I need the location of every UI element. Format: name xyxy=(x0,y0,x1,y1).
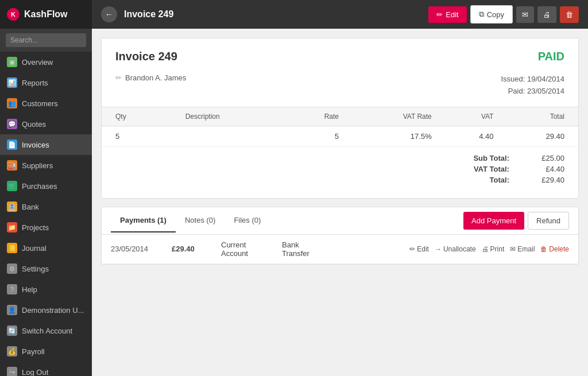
demo-icon: 👤 xyxy=(7,305,17,315)
vat-total-row: VAT Total: £4.40 xyxy=(115,165,564,173)
tab-notes[interactable]: Notes (0) xyxy=(176,209,225,232)
sidebar-item-journal[interactable]: 📒 Journal xyxy=(0,238,92,258)
invoices-icon: 📄 xyxy=(7,139,17,150)
sidebar-label-help: Help xyxy=(22,285,37,294)
customer-name: Brandon A. James xyxy=(125,73,186,82)
sidebar-label-overview: Overview xyxy=(22,58,53,67)
topbar-actions: ✏ Edit ⧉ Copy ✉ 🖨 🗑 xyxy=(428,5,579,24)
sidebar-label-quotes: Quotes xyxy=(22,120,46,129)
payment-edit-link[interactable]: ✏ Edit xyxy=(409,245,429,253)
cell-vat-rate: 17.5% xyxy=(353,126,446,146)
cell-vat: 4.40 xyxy=(446,126,508,146)
sidebar-item-purchases[interactable]: 🛒 Purchases xyxy=(0,176,92,196)
invoice-dates: Issued: 19/04/2014 Paid: 23/05/2014 xyxy=(501,73,564,98)
search-input[interactable] xyxy=(6,33,86,47)
sidebar-label-journal: Journal xyxy=(22,244,47,253)
sidebar-label-bank: Bank xyxy=(22,203,39,211)
sidebar-item-invoices[interactable]: 📄 Invoices xyxy=(0,134,92,155)
copy-button[interactable]: ⧉ Copy xyxy=(470,5,513,24)
subtotal-row: Sub Total: £25.00 xyxy=(115,154,564,162)
projects-icon: 📁 xyxy=(7,222,17,232)
add-payment-button[interactable]: Add Payment xyxy=(463,212,524,230)
sidebar-item-switch[interactable]: 🔄 Switch Account xyxy=(0,320,92,341)
total-label: Total: xyxy=(450,176,519,184)
payment-date: 23/05/2014 xyxy=(111,245,163,253)
payment-row: 23/05/2014 £29.40 CurrentAccount BankTra… xyxy=(102,235,578,264)
sidebar-item-demo[interactable]: 👤 Demonstration U... xyxy=(0,300,92,320)
print-icon: 🖨 xyxy=(543,10,551,19)
invoice-title: Invoice 249 xyxy=(115,50,177,63)
sidebar-item-help[interactable]: ? Help xyxy=(0,279,92,300)
col-qty: Qty xyxy=(102,107,185,126)
email-icon: ✉ xyxy=(510,245,516,253)
copy-icon: ⧉ xyxy=(479,10,484,19)
sidebar-label-purchases: Purchases xyxy=(22,182,57,191)
payment-actions: ✏ Edit → Unallocate 🖨 Print ✉ Email 🗑 De… xyxy=(409,245,569,253)
sidebar-item-suppliers[interactable]: 🏭 Suppliers xyxy=(0,155,92,176)
payment-method: BankTransfer xyxy=(282,241,334,258)
subtotal-value: £25.00 xyxy=(519,154,564,162)
sidebar-label-suppliers: Suppliers xyxy=(22,161,53,170)
search-container xyxy=(0,29,92,52)
payment-print-link[interactable]: 🖨 Print xyxy=(482,245,505,253)
app-name: KashFlow xyxy=(24,9,68,20)
email-icon: ✉ xyxy=(522,10,528,19)
sidebar: K KashFlow ▣ Overview 📊 Reports 👥 Custom… xyxy=(0,0,92,376)
main-content: ← Invoice 249 ✏ Edit ⧉ Copy ✉ 🖨 🗑 xyxy=(92,0,588,376)
pencil-icon: ✏ xyxy=(115,73,122,82)
purchases-icon: 🛒 xyxy=(7,181,17,191)
payments-card: Payments (1) Notes (0) Files (0) Add Pay… xyxy=(101,207,579,265)
customer-info: ✏ Brandon A. James xyxy=(115,73,186,82)
delete-icon: 🗑 xyxy=(566,10,573,19)
bank-icon: 🏦 xyxy=(7,201,17,212)
print-icon: 🖨 xyxy=(482,245,489,253)
payments-tabs: Payments (1) Notes (0) Files (0) Add Pay… xyxy=(102,207,578,235)
sidebar-item-customers[interactable]: 👥 Customers xyxy=(0,93,92,114)
page-title: Invoice 249 xyxy=(124,9,421,20)
payment-unallocate-link[interactable]: → Unallocate xyxy=(435,245,476,253)
col-vat-rate: VAT Rate xyxy=(353,107,446,126)
col-rate: Rate xyxy=(291,107,353,126)
edit-button[interactable]: ✏ Edit xyxy=(428,6,466,23)
payroll-icon: 💰 xyxy=(7,346,17,356)
sidebar-label-reports: Reports xyxy=(22,79,48,87)
sidebar-item-payroll[interactable]: 💰 Payroll xyxy=(0,341,92,362)
sidebar-label-customers: Customers xyxy=(22,99,58,108)
payment-delete-link[interactable]: 🗑 Delete xyxy=(540,245,569,253)
sidebar-item-bank[interactable]: 🏦 Bank xyxy=(0,196,92,217)
tab-actions: Add Payment Refund xyxy=(463,207,569,234)
email-button[interactable]: ✉ xyxy=(516,6,534,23)
payment-amount: £29.40 xyxy=(172,245,212,253)
sidebar-item-settings[interactable]: ⚙ Settings xyxy=(0,258,92,279)
issued-date: Issued: 19/04/2014 xyxy=(501,73,564,86)
tab-files[interactable]: Files (0) xyxy=(225,209,270,232)
paid-date: Paid: 23/05/2014 xyxy=(501,86,564,98)
vat-total-value: £4.40 xyxy=(519,165,564,173)
suppliers-icon: 🏭 xyxy=(7,160,17,170)
sidebar-item-projects[interactable]: 📁 Projects xyxy=(0,217,92,238)
sidebar-item-quotes[interactable]: 💬 Quotes xyxy=(0,114,92,134)
table-row: 5 5 17.5% 4.40 29.40 xyxy=(102,126,578,146)
invoice-card: Invoice 249 PAID ✏ Brandon A. James Issu… xyxy=(101,38,579,199)
cell-rate: 5 xyxy=(291,126,353,146)
sidebar-label-demo: Demonstration U... xyxy=(22,306,84,315)
vat-total-label: VAT Total: xyxy=(450,165,519,173)
payment-account: CurrentAccount xyxy=(221,241,273,258)
switch-icon: 🔄 xyxy=(7,325,17,336)
payment-email-link[interactable]: ✉ Email xyxy=(510,245,535,253)
delete-button[interactable]: 🗑 xyxy=(560,6,579,23)
invoice-header: Invoice 249 PAID xyxy=(102,38,578,71)
back-button[interactable]: ← xyxy=(101,6,117,22)
edit-icon: ✏ xyxy=(409,245,415,253)
sidebar-item-overview[interactable]: ▣ Overview xyxy=(0,52,92,72)
cell-description xyxy=(185,126,291,146)
total-row: Total: £29.40 xyxy=(115,176,564,184)
content-area: Invoice 249 PAID ✏ Brandon A. James Issu… xyxy=(92,29,588,274)
refund-button[interactable]: Refund xyxy=(528,212,569,230)
print-button[interactable]: 🖨 xyxy=(537,6,556,23)
sidebar-item-reports[interactable]: 📊 Reports xyxy=(0,72,92,93)
tab-payments[interactable]: Payments (1) xyxy=(111,209,176,232)
col-vat: VAT xyxy=(446,107,508,126)
sidebar-item-logout[interactable]: ↪ Log Out xyxy=(0,362,92,376)
sidebar-label-settings: Settings xyxy=(22,265,49,273)
